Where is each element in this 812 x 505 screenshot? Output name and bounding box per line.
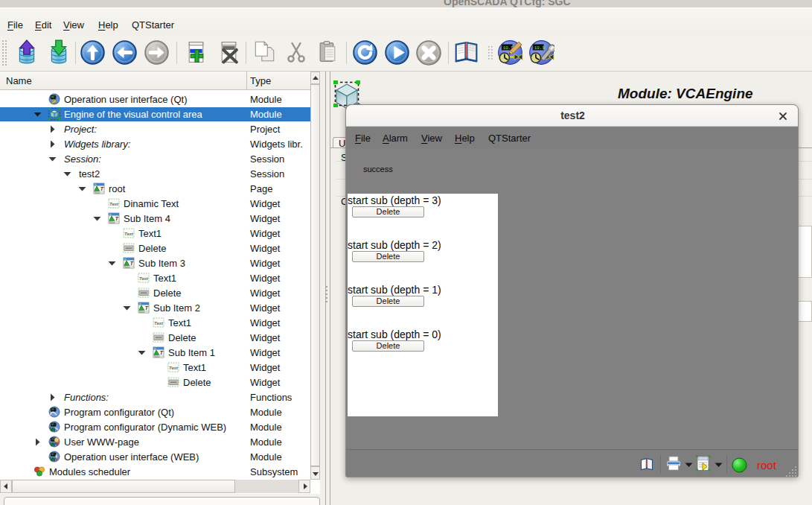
svg-text:Value: Value: [139, 311, 145, 314]
svg-text:Text: Text: [154, 321, 164, 325]
svg-text:Text: Text: [109, 202, 119, 206]
svg-text:Value: Value: [109, 221, 115, 224]
svg-text:W: W: [50, 441, 56, 448]
svg-text:Value: Value: [95, 191, 100, 194]
svg-text:W: W: [50, 426, 56, 433]
svg-text:Text: Text: [124, 232, 134, 236]
svg-text:Value: Value: [124, 266, 130, 269]
svg-text:10.9: 10.9: [534, 45, 546, 51]
svg-text:Text: Text: [169, 366, 179, 370]
svg-text:Text: Text: [139, 276, 149, 281]
svg-text:Value: Value: [154, 355, 160, 358]
